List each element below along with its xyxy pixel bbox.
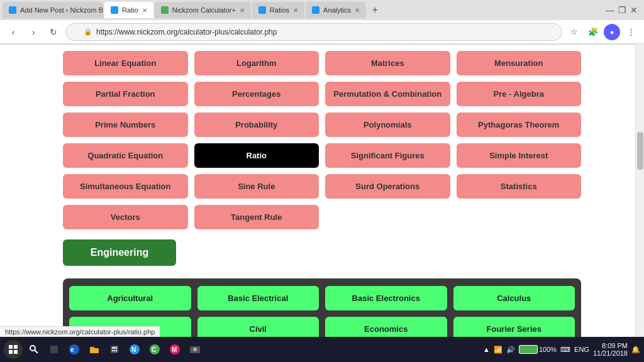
- empty-btn-1: [325, 205, 450, 229]
- svg-rect-10: [112, 347, 117, 349]
- vectors-button[interactable]: Vectors: [63, 205, 188, 229]
- svg-text:e: e: [70, 346, 74, 353]
- prime-numbers-button[interactable]: Prime Numbers: [63, 112, 188, 137]
- svg-text:M: M: [172, 346, 177, 353]
- tab-favicon-5: [312, 6, 319, 14]
- browser-chrome: Add New Post ‹ Nickzom Blog ✕ Ratio ✕ Ni…: [0, 0, 644, 45]
- matrices-button[interactable]: Matrices: [325, 51, 450, 75]
- scrollbar[interactable]: [635, 44, 644, 337]
- tray-volume-icon[interactable]: 🔊: [506, 346, 515, 354]
- pythagoras-theorem-button[interactable]: Pythagoras Theorem: [457, 112, 582, 137]
- start-button[interactable]: [4, 340, 23, 359]
- tab-ratios[interactable]: Ratios ✕: [252, 2, 304, 18]
- taskbar-search-icon[interactable]: [25, 341, 43, 358]
- svg-text:N: N: [131, 346, 136, 353]
- address-text: https://www.nickzom.org/calculator-plus/…: [96, 28, 277, 36]
- taskbar-app3-icon[interactable]: M: [166, 341, 184, 358]
- forward-button[interactable]: ›: [25, 24, 42, 40]
- tab-analytics[interactable]: Analytics ✕: [306, 2, 366, 18]
- tab-close-4[interactable]: ✕: [293, 7, 298, 14]
- logarithm-button[interactable]: Logarithm: [194, 51, 319, 75]
- taskbar-app2-icon[interactable]: C: [146, 341, 164, 358]
- surd-operations-button[interactable]: Surd Operations: [325, 174, 450, 199]
- language-label: ENG: [574, 346, 589, 353]
- probability-button[interactable]: Probability: [194, 112, 319, 137]
- svg-rect-13: [116, 350, 117, 351]
- statistics-button[interactable]: Statistics: [457, 174, 582, 199]
- taskbar-folder-icon[interactable]: [86, 341, 103, 358]
- math-grid-row-2: Partial Fraction Percentages Permutation…: [63, 82, 581, 106]
- math-grid-row-1: Linear Equation Logarithm Matrices Mensu…: [63, 51, 581, 75]
- notification-icon[interactable]: 🔔: [631, 346, 640, 354]
- refresh-button[interactable]: ↻: [45, 24, 62, 40]
- significant-figures-button[interactable]: Significant Figures: [325, 143, 450, 168]
- basic-electronics-button[interactable]: Basic Electronics: [325, 286, 447, 310]
- svg-rect-0: [9, 345, 13, 349]
- taskbar-cortana-icon[interactable]: [45, 341, 63, 358]
- math-grid-row-4: Quadratic Equation Ratio Significant Fig…: [63, 143, 581, 168]
- tab-close-3[interactable]: ✕: [240, 7, 245, 14]
- nav-right: ☆ 🧩 ● ⋮: [566, 24, 639, 40]
- taskbar-icons: e N C M: [25, 341, 204, 358]
- close-window-button[interactable]: ✕: [630, 5, 638, 15]
- math-grid-row-6: Vectors Tangent Rule: [63, 205, 581, 229]
- tab-favicon-3: [161, 6, 169, 14]
- tab-nickzom-calc[interactable]: Nickzom Calculator+ ✕: [155, 2, 251, 18]
- scrollbar-thumb[interactable]: [637, 132, 643, 170]
- tray-network-icon: 📶: [494, 346, 502, 354]
- battery-indicator: 100%: [519, 345, 557, 354]
- taskbar-app1-icon[interactable]: N: [126, 341, 143, 358]
- fourier-series-button[interactable]: Fourier Series: [453, 317, 575, 337]
- tray-up-arrow-icon[interactable]: ▲: [483, 346, 490, 353]
- sine-rule-button[interactable]: Sine Rule: [194, 174, 319, 199]
- new-tab-button[interactable]: +: [367, 3, 382, 18]
- simultaneous-equation-button[interactable]: Simultaneous Equation: [63, 174, 188, 199]
- svg-rect-1: [14, 345, 18, 349]
- svg-line-5: [35, 350, 38, 353]
- basic-electrical-button[interactable]: Basic Electrical: [197, 286, 319, 310]
- svg-rect-2: [9, 350, 13, 354]
- taskbar-calculator-icon[interactable]: [106, 341, 123, 358]
- tangent-rule-button[interactable]: Tangent Rule: [194, 205, 319, 229]
- svg-rect-12: [114, 350, 115, 351]
- engineering-section-header: Engineering: [63, 239, 176, 266]
- account-icon[interactable]: ●: [604, 24, 620, 40]
- taskbar-camera-icon[interactable]: [186, 341, 204, 358]
- civil-button[interactable]: Civil: [197, 317, 319, 337]
- extension-icon[interactable]: 🧩: [585, 24, 601, 40]
- tab-label-3: Nickzom Calculator+: [172, 6, 236, 14]
- taskbar-edge-icon[interactable]: e: [65, 341, 83, 358]
- economics-button[interactable]: Economics: [325, 317, 447, 337]
- tab-close-2[interactable]: ✕: [142, 7, 147, 14]
- permutation-combination-button[interactable]: Permutation & Combination: [325, 82, 450, 106]
- minimize-button[interactable]: —: [606, 5, 614, 15]
- ratio-button[interactable]: Ratio: [194, 143, 319, 168]
- tab-label-4: Ratios: [270, 6, 289, 14]
- svg-rect-11: [112, 350, 113, 351]
- percentages-button[interactable]: Percentages: [194, 82, 319, 106]
- maximize-button[interactable]: ❐: [618, 5, 626, 15]
- agricultural-button[interactable]: Agricultural: [69, 286, 191, 310]
- calculus-button[interactable]: Calculus: [453, 286, 575, 310]
- polynomials-button[interactable]: Polynomials: [325, 112, 450, 137]
- date-display: 11/21/2018: [593, 349, 628, 357]
- partial-fraction-button[interactable]: Partial Fraction: [63, 82, 188, 106]
- time-display: 8:09 PM: [602, 342, 628, 349]
- menu-icon[interactable]: ⋮: [623, 24, 639, 40]
- pre-algebra-button[interactable]: Pre - Algebra: [457, 82, 582, 106]
- nav-bar: ‹ › ↻ 🔒 https://www.nickzom.org/calculat…: [0, 20, 644, 44]
- system-tray: ▲ 📶 🔊 100% ⌨ ENG 8:09 PM 11/21/2018 🔔: [483, 342, 640, 357]
- linear-equation-button[interactable]: Linear Equation: [63, 51, 188, 75]
- svg-point-21: [193, 348, 197, 351]
- tab-add-new-post[interactable]: Add New Post ‹ Nickzom Blog ✕: [3, 2, 103, 18]
- back-button[interactable]: ‹: [5, 24, 21, 40]
- address-bar[interactable]: 🔒 https://www.nickzom.org/calculator-plu…: [65, 23, 562, 41]
- simple-interest-button[interactable]: Simple Interest: [457, 143, 582, 168]
- tab-close-5[interactable]: ✕: [355, 7, 360, 14]
- bookmark-star-icon[interactable]: ☆: [566, 24, 582, 40]
- eng-grid-row-1: Agricultural Basic Electrical Basic Elec…: [69, 286, 575, 310]
- mensuration-button[interactable]: Mensuration: [457, 51, 582, 75]
- tab-label-2: Ratio: [122, 6, 138, 14]
- quadratic-equation-button[interactable]: Quadratic Equation: [63, 143, 188, 168]
- tab-ratio[interactable]: Ratio ✕: [104, 2, 153, 18]
